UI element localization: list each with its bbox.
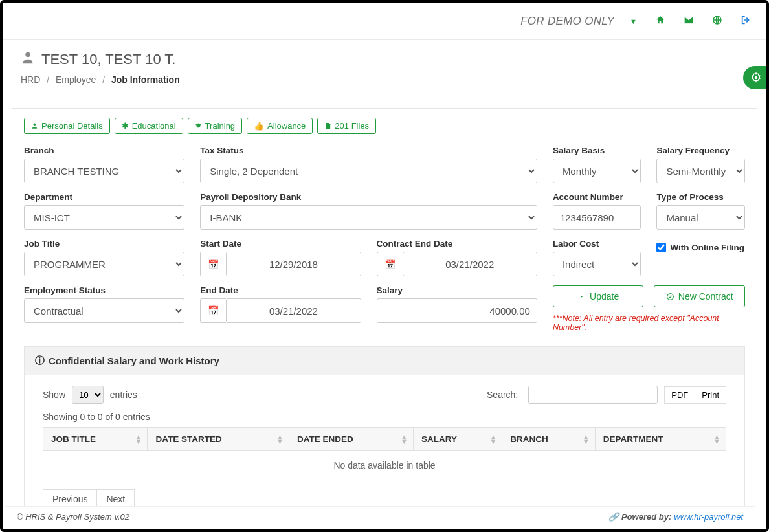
branch-label: Branch bbox=[24, 146, 184, 155]
entries-select[interactable]: 10 bbox=[72, 386, 104, 404]
department-select[interactable]: MIS-ICT bbox=[24, 205, 184, 230]
tab-allowance[interactable]: 👍Allowance bbox=[247, 118, 313, 134]
labor-cost-select[interactable]: Indirect bbox=[553, 252, 641, 276]
footer: © HRIS & Payroll System v.02 🔗Powered by… bbox=[5, 506, 755, 527]
bank-select[interactable]: I-BANK bbox=[200, 205, 537, 230]
new-contract-button[interactable]: New Contract bbox=[654, 285, 745, 307]
end-date-input[interactable] bbox=[226, 298, 361, 323]
search-input[interactable] bbox=[528, 386, 658, 404]
process-type-label: Type of Process bbox=[656, 192, 745, 202]
history-table: JOB TITLE▲▼ DATE STARTED▲▼ DATE ENDED▲▼ … bbox=[43, 427, 726, 480]
calendar-icon[interactable]: 📅 bbox=[200, 298, 226, 323]
salary-label: Salary bbox=[377, 285, 537, 295]
svg-point-1 bbox=[25, 52, 30, 57]
col-branch[interactable]: BRANCH▲▼ bbox=[502, 428, 595, 451]
salary-basis-label: Salary Basis bbox=[553, 146, 641, 155]
logout-icon[interactable] bbox=[741, 15, 751, 28]
salary-frequency-select[interactable]: Semi-Monthly bbox=[656, 159, 745, 183]
topbar: FOR DEMO ONLY ▼ bbox=[3, 3, 766, 40]
breadcrumb-hrd[interactable]: HRD bbox=[21, 74, 40, 85]
page-header: TEST 10, TEST 10 T. HRD / Employee / Job… bbox=[3, 40, 766, 96]
entries-label: entries bbox=[110, 390, 137, 400]
history-title: Confidential Salary and Work History bbox=[49, 355, 219, 366]
show-label: Show bbox=[43, 390, 65, 400]
required-note: ***Note: All entry are required except "… bbox=[553, 314, 745, 332]
start-date-input[interactable] bbox=[226, 252, 361, 276]
labor-cost-label: Labor Cost bbox=[553, 239, 641, 249]
empty-row: No data available in table bbox=[43, 451, 726, 480]
svg-point-3 bbox=[34, 123, 36, 126]
update-button[interactable]: Update bbox=[553, 285, 644, 307]
bank-label: Payroll Depository Bank bbox=[200, 192, 537, 202]
department-label: Department bbox=[24, 192, 184, 202]
mail-icon[interactable] bbox=[684, 16, 694, 27]
home-icon[interactable] bbox=[655, 15, 665, 28]
breadcrumb-employee[interactable]: Employee bbox=[56, 74, 96, 85]
employment-status-label: Employment Status bbox=[24, 285, 184, 295]
breadcrumb-current: Job Information bbox=[111, 74, 180, 85]
account-number-input[interactable] bbox=[553, 205, 641, 230]
col-department[interactable]: DEPARTMENT▲▼ bbox=[595, 428, 726, 451]
footer-copyright: © HRIS & Payroll System v.02 bbox=[17, 512, 129, 522]
employment-status-select[interactable]: Contractual bbox=[24, 298, 184, 323]
tax-status-select[interactable]: Single, 2 Dependent bbox=[200, 159, 537, 183]
salary-basis-select[interactable]: Monthly bbox=[553, 159, 641, 183]
col-date-started[interactable]: DATE STARTED▲▼ bbox=[148, 428, 289, 451]
col-salary[interactable]: SALARY▲▼ bbox=[413, 428, 502, 451]
tab-educational[interactable]: ✱Educational bbox=[115, 118, 183, 134]
calendar-icon[interactable]: 📅 bbox=[377, 252, 403, 276]
dropdown-caret-icon[interactable]: ▼ bbox=[630, 17, 637, 25]
table-info: Showing 0 to 0 of 0 entries bbox=[43, 412, 726, 422]
link-icon: 🔗 bbox=[608, 512, 619, 522]
online-filing-label: With Online Filing bbox=[670, 243, 744, 252]
salary-frequency-label: Salary Frequency bbox=[656, 146, 745, 155]
svg-point-4 bbox=[667, 293, 673, 300]
contract-end-date-label: Contract End Date bbox=[377, 239, 537, 249]
col-date-ended[interactable]: DATE ENDED▲▼ bbox=[289, 428, 413, 451]
job-title-select[interactable]: PROGRAMMER bbox=[24, 252, 184, 276]
salary-input[interactable] bbox=[377, 298, 537, 323]
start-date-label: Start Date bbox=[200, 239, 361, 249]
tab-personal-details[interactable]: Personal Details bbox=[24, 118, 110, 134]
account-number-label: Account Number bbox=[553, 192, 641, 202]
globe-icon[interactable] bbox=[712, 15, 722, 28]
person-icon bbox=[21, 50, 35, 68]
calendar-icon[interactable]: 📅 bbox=[200, 252, 226, 276]
powered-by-label: Powered by: bbox=[621, 512, 671, 522]
search-label: Search: bbox=[487, 390, 518, 400]
footer-link[interactable]: www.hr-payroll.net bbox=[674, 512, 743, 522]
topbar-actions: ▼ bbox=[630, 15, 751, 28]
print-button[interactable]: Print bbox=[695, 386, 726, 404]
info-icon: ⓘ bbox=[35, 355, 45, 367]
branch-select[interactable]: BRANCH TESTING bbox=[24, 159, 184, 183]
process-type-select[interactable]: Manual bbox=[656, 205, 745, 230]
employee-name: TEST 10, TEST 10 T. bbox=[41, 51, 175, 68]
tab-201-files[interactable]: 201 Files bbox=[317, 118, 376, 134]
settings-tab[interactable] bbox=[743, 66, 766, 89]
breadcrumb: HRD / Employee / Job Information bbox=[21, 74, 748, 85]
history-panel: ⓘConfidential Salary and Work History Sh… bbox=[24, 346, 745, 522]
svg-point-2 bbox=[755, 76, 758, 80]
pdf-button[interactable]: PDF bbox=[664, 386, 695, 404]
main-panel: Personal Details ✱Educational Training 👍… bbox=[12, 108, 757, 529]
end-date-label: End Date bbox=[200, 285, 361, 295]
tax-status-label: Tax Status bbox=[200, 146, 537, 155]
job-title-label: Job Title bbox=[24, 239, 184, 249]
contract-end-date-input[interactable] bbox=[403, 252, 537, 276]
online-filing-checkbox[interactable] bbox=[656, 243, 666, 252]
col-job-title[interactable]: JOB TITLE▲▼ bbox=[43, 428, 148, 451]
tab-training[interactable]: Training bbox=[188, 118, 242, 134]
demo-banner: FOR DEMO ONLY bbox=[520, 15, 614, 28]
